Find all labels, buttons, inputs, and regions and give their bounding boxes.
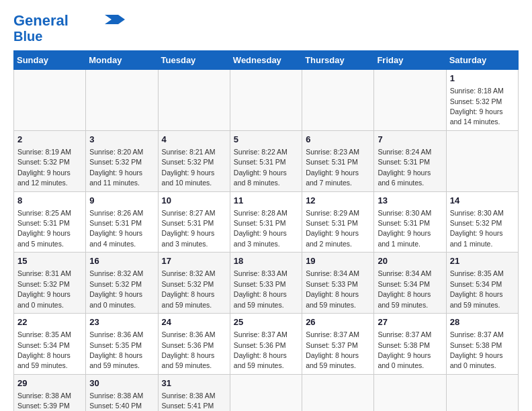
day-number: 28 (450, 316, 515, 328)
page-header: General Blue (13, 13, 519, 44)
calendar-cell-w5d0: 29 Sunrise: 8:38 AMSunset: 5:39 PMDaylig… (14, 374, 86, 411)
day-info: Sunrise: 8:29 AMSunset: 5:31 PMDaylight:… (306, 209, 359, 248)
calendar-cell-w3d5: 20 Sunrise: 8:34 AMSunset: 5:34 PMDaylig… (374, 253, 446, 314)
day-number: 6 (306, 134, 370, 146)
day-info: Sunrise: 8:37 AMSunset: 5:37 PMDaylight:… (306, 330, 359, 369)
day-info: Sunrise: 8:28 AMSunset: 5:31 PMDaylight:… (234, 209, 287, 248)
calendar-table: SundayMondayTuesdayWednesdayThursdayFrid… (13, 50, 519, 411)
calendar-header-thursday: Thursday (302, 51, 374, 70)
calendar-cell-w3d6: 21 Sunrise: 8:35 AMSunset: 5:34 PMDaylig… (446, 253, 518, 314)
calendar-cell-w2d5: 13 Sunrise: 8:30 AMSunset: 5:31 PMDaylig… (374, 191, 446, 253)
day-info: Sunrise: 8:35 AMSunset: 5:34 PMDaylight:… (450, 269, 504, 308)
calendar-week-2: 2 Sunrise: 8:19 AMSunset: 5:32 PMDayligh… (14, 130, 519, 191)
calendar-week-3: 8 Sunrise: 8:25 AMSunset: 5:31 PMDayligh… (14, 191, 519, 253)
day-info: Sunrise: 8:32 AMSunset: 5:32 PMDaylight:… (162, 269, 216, 308)
calendar-cell-w0d4 (302, 70, 374, 131)
calendar-cell-w4d3: 25 Sunrise: 8:37 AMSunset: 5:36 PMDaylig… (230, 314, 302, 375)
calendar-cell-w0d2 (158, 70, 230, 131)
day-number: 20 (378, 255, 442, 267)
calendar-cell-w3d1: 16 Sunrise: 8:32 AMSunset: 5:32 PMDaylig… (86, 253, 158, 314)
day-number: 18 (234, 255, 298, 267)
calendar-cell-w4d5: 27 Sunrise: 8:37 AMSunset: 5:38 PMDaylig… (374, 314, 446, 375)
calendar-week-5: 22 Sunrise: 8:35 AMSunset: 5:34 PMDaylig… (14, 314, 519, 375)
day-info: Sunrise: 8:32 AMSunset: 5:32 PMDaylight:… (89, 269, 143, 308)
calendar-header-friday: Friday (374, 51, 446, 70)
calendar-cell-w0d3 (230, 70, 302, 131)
calendar-cell-w0d5 (374, 70, 446, 131)
day-number: 3 (89, 134, 154, 146)
calendar-cell-w3d4: 19 Sunrise: 8:34 AMSunset: 5:33 PMDaylig… (302, 253, 374, 314)
day-number: 13 (378, 195, 442, 207)
calendar-header-tuesday: Tuesday (158, 51, 230, 70)
day-number: 15 (17, 255, 82, 267)
calendar-cell-w0d6: 1 Sunrise: 8:18 AMSunset: 5:32 PMDayligh… (446, 70, 518, 131)
day-info: Sunrise: 8:26 AMSunset: 5:31 PMDaylight:… (89, 209, 143, 248)
day-info: Sunrise: 8:27 AMSunset: 5:31 PMDaylight:… (162, 209, 216, 248)
day-number: 7 (378, 134, 442, 146)
calendar-week-1: 1 Sunrise: 8:18 AMSunset: 5:32 PMDayligh… (14, 70, 519, 131)
day-info: Sunrise: 8:31 AMSunset: 5:32 PMDaylight:… (17, 269, 71, 308)
day-info: Sunrise: 8:37 AMSunset: 5:38 PMDaylight:… (378, 330, 431, 369)
day-number: 4 (162, 134, 226, 146)
day-number: 29 (17, 377, 82, 390)
calendar-cell-w5d6 (446, 374, 518, 411)
calendar-cell-w0d0 (14, 70, 86, 131)
calendar-cell-w4d4: 26 Sunrise: 8:37 AMSunset: 5:37 PMDaylig… (302, 314, 374, 375)
day-number: 14 (450, 195, 515, 207)
calendar-cell-w5d1: 30 Sunrise: 8:38 AMSunset: 5:40 PMDaylig… (86, 374, 158, 411)
day-number: 11 (234, 195, 298, 207)
calendar-header-wednesday: Wednesday (230, 51, 302, 70)
day-number: 22 (17, 316, 82, 328)
day-info: Sunrise: 8:23 AMSunset: 5:31 PMDaylight:… (306, 148, 359, 187)
logo: General Blue (13, 13, 125, 44)
calendar-cell-w4d2: 24 Sunrise: 8:36 AMSunset: 5:36 PMDaylig… (158, 314, 230, 375)
day-info: Sunrise: 8:34 AMSunset: 5:34 PMDaylight:… (378, 269, 431, 308)
day-number: 26 (306, 316, 370, 328)
calendar-cell-w2d2: 10 Sunrise: 8:27 AMSunset: 5:31 PMDaylig… (158, 191, 230, 253)
calendar-cell-w4d1: 23 Sunrise: 8:36 AMSunset: 5:35 PMDaylig… (86, 314, 158, 375)
day-number: 17 (162, 255, 226, 267)
calendar-cell-w2d0: 8 Sunrise: 8:25 AMSunset: 5:31 PMDayligh… (14, 191, 86, 253)
day-number: 27 (378, 316, 442, 328)
day-info: Sunrise: 8:38 AMSunset: 5:39 PMDaylight:… (17, 392, 71, 411)
day-number: 2 (17, 134, 82, 146)
calendar-cell-w3d2: 17 Sunrise: 8:32 AMSunset: 5:32 PMDaylig… (158, 253, 230, 314)
day-info: Sunrise: 8:24 AMSunset: 5:31 PMDaylight:… (378, 148, 431, 187)
day-number: 23 (89, 316, 154, 328)
day-number: 19 (306, 255, 370, 267)
day-info: Sunrise: 8:25 AMSunset: 5:31 PMDaylight:… (17, 209, 71, 248)
calendar-cell-w1d0: 2 Sunrise: 8:19 AMSunset: 5:32 PMDayligh… (14, 130, 86, 191)
day-info: Sunrise: 8:35 AMSunset: 5:34 PMDaylight:… (17, 330, 71, 369)
day-info: Sunrise: 8:37 AMSunset: 5:36 PMDaylight:… (234, 330, 287, 369)
calendar-cell-w0d1 (86, 70, 158, 131)
day-info: Sunrise: 8:36 AMSunset: 5:36 PMDaylight:… (162, 330, 216, 369)
day-info: Sunrise: 8:21 AMSunset: 5:32 PMDaylight:… (162, 148, 216, 187)
day-number: 8 (17, 195, 82, 207)
day-number: 31 (162, 377, 226, 390)
calendar-week-4: 15 Sunrise: 8:31 AMSunset: 5:32 PMDaylig… (14, 253, 519, 314)
calendar-cell-w2d1: 9 Sunrise: 8:26 AMSunset: 5:31 PMDayligh… (86, 191, 158, 253)
calendar-cell-w3d0: 15 Sunrise: 8:31 AMSunset: 5:32 PMDaylig… (14, 253, 86, 314)
calendar-cell-w5d4 (302, 374, 374, 411)
day-info: Sunrise: 8:33 AMSunset: 5:33 PMDaylight:… (234, 269, 287, 308)
calendar-cell-w5d3 (230, 374, 302, 411)
calendar-cell-w4d6: 28 Sunrise: 8:37 AMSunset: 5:38 PMDaylig… (446, 314, 518, 375)
day-info: Sunrise: 8:19 AMSunset: 5:32 PMDaylight:… (17, 148, 71, 187)
day-number: 30 (89, 377, 154, 390)
calendar-header-sunday: Sunday (14, 51, 86, 70)
day-number: 5 (234, 134, 298, 146)
calendar-cell-w1d2: 4 Sunrise: 8:21 AMSunset: 5:32 PMDayligh… (158, 130, 230, 191)
day-info: Sunrise: 8:30 AMSunset: 5:32 PMDaylight:… (450, 209, 504, 248)
calendar-cell-w3d3: 18 Sunrise: 8:33 AMSunset: 5:33 PMDaylig… (230, 253, 302, 314)
day-number: 1 (450, 73, 515, 85)
logo-blue-text: Blue (13, 29, 42, 44)
calendar-cell-w1d6 (446, 130, 518, 191)
calendar-header-saturday: Saturday (446, 51, 518, 70)
calendar-cell-w1d4: 6 Sunrise: 8:23 AMSunset: 5:31 PMDayligh… (302, 130, 374, 191)
calendar-cell-w2d4: 12 Sunrise: 8:29 AMSunset: 5:31 PMDaylig… (302, 191, 374, 253)
calendar-header-row: SundayMondayTuesdayWednesdayThursdayFrid… (14, 51, 519, 70)
day-info: Sunrise: 8:38 AMSunset: 5:41 PMDaylight:… (162, 392, 216, 411)
day-info: Sunrise: 8:18 AMSunset: 5:32 PMDaylight:… (450, 87, 504, 126)
day-info: Sunrise: 8:36 AMSunset: 5:35 PMDaylight:… (89, 330, 143, 369)
calendar-cell-w1d5: 7 Sunrise: 8:24 AMSunset: 5:31 PMDayligh… (374, 130, 446, 191)
